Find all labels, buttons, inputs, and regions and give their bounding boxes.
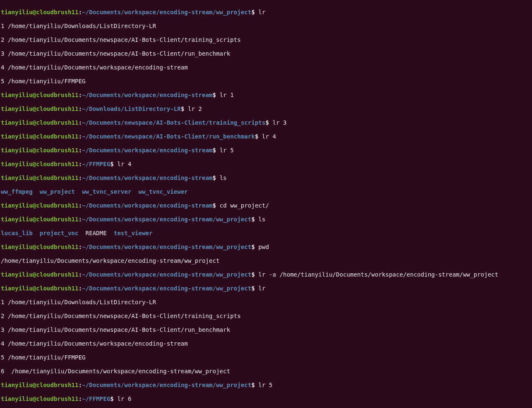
prompt-line: tianyiliu@cloudbrush11:~/Documents/works… — [1, 202, 531, 209]
output-line: 4 /home/tianyiliu/Documents/workspace/en… — [1, 340, 531, 347]
output-line: 2 /home/tianyiliu/Documents/newspace/AI-… — [1, 313, 531, 320]
prompt-line: tianyiliu@cloudbrush11:~/Documents/works… — [1, 147, 531, 154]
output-line: 1 /home/tianyiliu/Downloads/ListDirector… — [1, 23, 531, 30]
prompt-line: tianyiliu@cloudbrush11:~/Documents/newsp… — [1, 119, 531, 126]
prompt-line: tianyiliu@cloudbrush11:~/Documents/works… — [1, 9, 531, 16]
output-line: 3 /home/tianyiliu/Documents/newspace/AI-… — [1, 50, 531, 57]
output-line: 5 /home/tianyiliu/FFMPEG — [1, 78, 531, 85]
prompt-line: tianyiliu@cloudbrush11:~/Documents/works… — [1, 382, 531, 389]
ls-output: lucas_lib project_vnc README test_viewer — [1, 230, 531, 237]
output-line: /home/tianyiliu/Documents/workspace/enco… — [1, 257, 531, 264]
cmd: lr — [258, 9, 265, 15]
prompt-line: tianyiliu@cloudbrush11:~/Documents/works… — [1, 244, 531, 251]
output-line: 4 /home/tianyiliu/Documents/workspace/en… — [1, 64, 531, 71]
prompt-line: tianyiliu@cloudbrush11:~/FFMPEG$ lr 4 — [1, 161, 531, 168]
terminal[interactable]: tianyiliu@cloudbrush11:~/Documents/works… — [0, 0, 532, 408]
output-line: 2 /home/tianyiliu/Documents/newspace/AI-… — [1, 36, 531, 44]
prompt-line: tianyiliu@cloudbrush11:~/Downloads/ListD… — [1, 105, 531, 113]
prompt-line: tianyiliu@cloudbrush11:~/Documents/works… — [1, 216, 531, 223]
output-line: 3 /home/tianyiliu/Documents/newspace/AI-… — [1, 326, 531, 334]
cwd: ~/Documents/workspace/encoding-stream/ww… — [82, 9, 252, 15]
prompt-line: tianyiliu@cloudbrush11:~/Documents/newsp… — [1, 133, 531, 140]
prompt-line: tianyiliu@cloudbrush11:~/Documents/works… — [1, 174, 531, 182]
prompt-line: tianyiliu@cloudbrush11:~/FFMPEG$ lr 6 — [1, 395, 531, 403]
prompt-line: tianyiliu@cloudbrush11:~/Documents/works… — [1, 271, 531, 278]
host: cloudbrush11 — [36, 9, 78, 15]
output-line: 5 /home/tianyiliu/FFMPEG — [1, 354, 531, 361]
ls-output: ww_ffmpeg ww_project ww_tvnc_server ww_t… — [1, 188, 531, 195]
output-line: 1 /home/tianyiliu/Downloads/ListDirector… — [1, 299, 531, 306]
prompt-line: tianyiliu@cloudbrush11:~/Documents/works… — [1, 285, 531, 292]
prompt-line: tianyiliu@cloudbrush11:~/Documents/works… — [1, 92, 531, 99]
user: tianyiliu — [1, 9, 33, 15]
output-line: 6 /home/tianyiliu/Documents/workspace/en… — [1, 368, 531, 375]
